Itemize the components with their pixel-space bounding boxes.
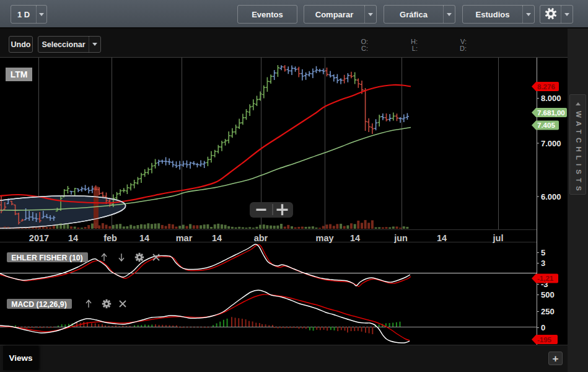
svg-text:7.681,00: 7.681,00 (537, 109, 565, 117)
svg-text:14: 14 (350, 233, 360, 243)
svg-text:EHLER FISHER (10): EHLER FISHER (10) (11, 254, 82, 262)
svg-text:8.276: 8.276 (537, 83, 555, 91)
svg-text:7.000: 7.000 (541, 139, 561, 148)
svg-text:2017: 2017 (29, 233, 49, 243)
svg-text:-195: -195 (537, 336, 552, 343)
svg-text:0: 0 (541, 323, 545, 332)
svg-text:14: 14 (437, 233, 447, 243)
svg-text:mar: mar (176, 233, 193, 243)
svg-text:jul: jul (493, 233, 504, 243)
svg-text:5: 5 (541, 248, 545, 257)
svg-text:500: 500 (541, 290, 555, 299)
svg-text:jun: jun (393, 233, 408, 243)
svg-text:6.000: 6.000 (541, 192, 561, 202)
svg-text:7.405: 7.405 (537, 122, 555, 129)
svg-text:8.000: 8.000 (541, 94, 561, 103)
svg-text:14: 14 (139, 233, 149, 243)
svg-text:14: 14 (68, 233, 78, 243)
svg-text:3: 3 (541, 259, 545, 268)
svg-text:may: may (315, 233, 333, 243)
svg-text:14: 14 (212, 233, 222, 243)
svg-text:LTM: LTM (11, 69, 28, 79)
svg-text:abr: abr (254, 233, 268, 243)
svg-text:feb: feb (103, 233, 117, 243)
svg-text:MACD (12,26,9): MACD (12,26,9) (11, 300, 67, 309)
svg-text:-1,21: -1,21 (537, 275, 554, 282)
svg-text:250: 250 (541, 307, 555, 316)
